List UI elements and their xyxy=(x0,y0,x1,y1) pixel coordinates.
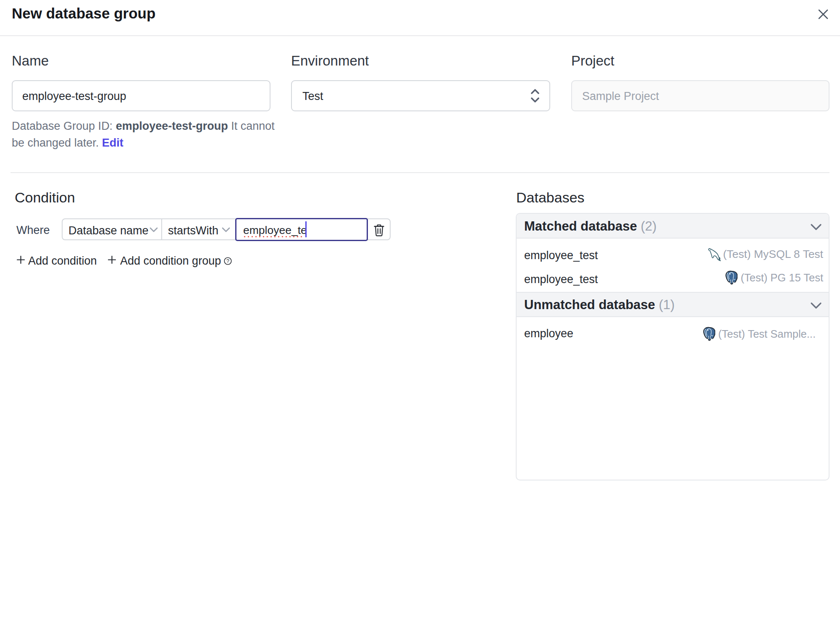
svg-text:?: ? xyxy=(226,258,229,264)
